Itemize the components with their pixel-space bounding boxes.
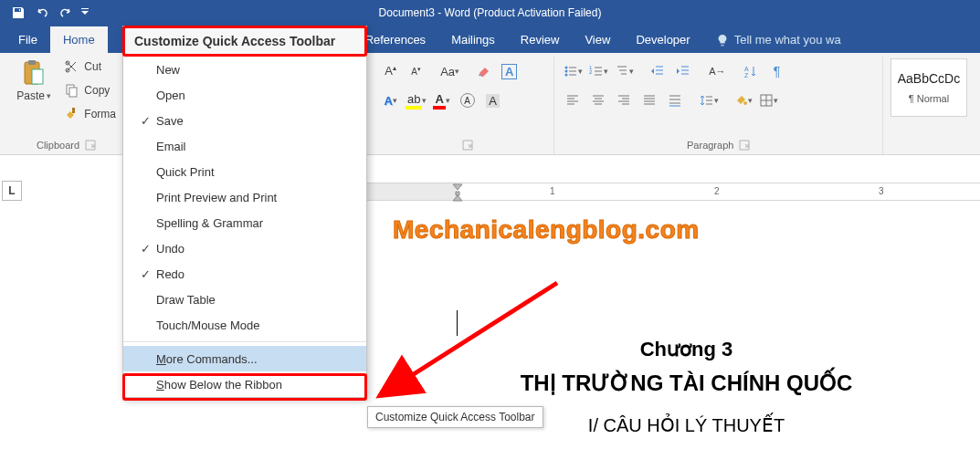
numbering-button[interactable]: 12▾ [587, 60, 609, 82]
menu-item-open[interactable]: Open [123, 82, 366, 108]
menu-item-undo[interactable]: ✓Undo [123, 235, 366, 261]
menu-item-spelling[interactable]: Spelling & Grammar [123, 210, 366, 235]
svg-text:A: A [744, 66, 749, 72]
tab-mailings[interactable]: Mailings [438, 26, 508, 53]
tell-me-input[interactable]: Tell me what you wa [707, 26, 850, 53]
copy-icon [64, 83, 79, 98]
distributed-icon [668, 93, 682, 108]
copy-button[interactable]: Copy [60, 80, 120, 100]
multilevel-button[interactable]: ▾ [613, 60, 635, 82]
line-spacing-icon [700, 93, 714, 108]
menu-item-new[interactable]: New [123, 57, 366, 82]
bullets-button[interactable]: ▾ [562, 60, 584, 82]
group-label-paragraph: Paragraph [687, 140, 733, 151]
paste-button[interactable]: Paste▾ [13, 57, 55, 102]
enclose-char-button[interactable]: A [457, 89, 479, 111]
format-painter-button[interactable]: Forma [60, 104, 120, 124]
svg-point-15 [743, 101, 747, 105]
highlight-button[interactable]: ab▾ [406, 89, 427, 111]
tab-file[interactable]: File [5, 26, 50, 53]
justify-icon [642, 93, 657, 108]
indent-icon [676, 64, 690, 78]
check-icon: ✓ [134, 114, 156, 128]
menu-item-redo[interactable]: ✓Redo [123, 261, 366, 287]
distributed-button[interactable] [664, 89, 686, 111]
tab-home[interactable]: Home [50, 26, 108, 53]
menu-separator [123, 341, 366, 342]
indent-marker-icon[interactable] [451, 183, 466, 203]
menu-item-show-below[interactable]: Show Below the Ribbon [123, 371, 366, 397]
change-case-button[interactable]: Aa▾ [439, 60, 461, 82]
ruler-margin-shade [367, 183, 457, 200]
menu-item-save[interactable]: ✓Save [123, 108, 366, 133]
svg-point-9 [564, 70, 567, 73]
align-left-button[interactable] [562, 89, 584, 111]
group-label-clipboard: Clipboard [37, 140, 79, 151]
bullets-icon [564, 64, 578, 78]
qat-customize-caret-icon[interactable] [79, 2, 91, 24]
group-styles: AaBbCcDc ¶ Normal [883, 57, 975, 154]
tab-developer[interactable]: Developer [623, 26, 702, 53]
menu-item-print-preview[interactable]: Print Preview and Print [123, 184, 366, 210]
tab-view[interactable]: View [572, 26, 623, 53]
dialog-launcher-icon[interactable] [85, 140, 96, 151]
dialog-launcher-icon[interactable] [462, 140, 473, 151]
multilevel-icon [615, 64, 629, 78]
borders-button[interactable]: ▾ [757, 89, 779, 111]
svg-text:2: 2 [589, 69, 593, 75]
group-label-styles [927, 140, 930, 151]
char-shading-button[interactable]: A [482, 89, 504, 111]
cut-button[interactable]: Cut [60, 57, 120, 77]
paste-icon [19, 58, 48, 88]
qat-customize-menu: Customize Quick Access Toolbar New Open … [122, 26, 367, 398]
borders-icon [759, 93, 774, 108]
menu-item-touch-mode[interactable]: Touch/Mouse Mode [123, 312, 366, 338]
scissors-icon [64, 59, 79, 74]
justify-button[interactable] [638, 89, 660, 111]
font-color-button[interactable]: A▾ [431, 89, 453, 111]
grow-font-button[interactable]: A▴ [380, 60, 402, 82]
align-center-button[interactable] [587, 89, 609, 111]
bucket-icon [733, 93, 748, 108]
increase-indent-button[interactable] [672, 60, 694, 82]
ruler-number: 1 [550, 186, 555, 196]
menu-item-draw-table[interactable]: Draw Table [123, 287, 366, 312]
line-spacing-button[interactable]: ▾ [698, 89, 720, 111]
tab-review[interactable]: Review [508, 26, 573, 53]
save-icon[interactable] [7, 2, 29, 24]
dialog-launcher-icon[interactable] [739, 140, 750, 151]
align-right-button[interactable] [613, 89, 635, 111]
char-border-button[interactable]: A [499, 60, 521, 82]
text-effects-button[interactable]: A▾ [380, 89, 402, 111]
undo-icon[interactable] [31, 2, 53, 24]
redo-icon[interactable] [55, 2, 77, 24]
watermark-text: Mechanicalengblog.com [393, 215, 700, 245]
group-paragraph: ▾ 12▾ ▾ A→ AZ ¶ ▾ ▾ [554, 57, 883, 154]
svg-text:Z: Z [744, 72, 749, 78]
menu-title: Customize Quick Access Toolbar [123, 26, 366, 57]
svg-point-10 [564, 74, 567, 77]
menu-item-quick-print[interactable]: Quick Print [123, 159, 366, 184]
title-bar: Document3 - Word (Product Activation Fai… [0, 0, 980, 26]
shading-button[interactable]: ▾ [732, 89, 753, 111]
show-marks-button[interactable]: ¶ [765, 60, 787, 82]
svg-point-8 [564, 67, 567, 69]
ruler-number: 3 [879, 186, 884, 196]
numbering-icon: 12 [589, 64, 604, 78]
shrink-font-button[interactable]: A▾ [406, 60, 427, 82]
group-font: A▴ A▾ Aa▾ A A▾ ab▾ A▾ A A [373, 57, 555, 154]
lightbulb-icon [716, 34, 729, 47]
clear-format-button[interactable] [473, 60, 495, 82]
menu-item-email[interactable]: Email [123, 133, 366, 159]
decrease-indent-button[interactable] [647, 60, 669, 82]
menu-item-more-commands[interactable]: More Commands... [123, 346, 366, 371]
ltr-button[interactable]: A→ [706, 60, 728, 82]
brush-icon [64, 107, 79, 121]
align-right-icon [616, 93, 631, 108]
group-label-font [454, 140, 457, 151]
tab-selector[interactable]: L [2, 181, 22, 201]
horizontal-ruler[interactable]: 1 2 3 [367, 183, 980, 201]
style-normal[interactable]: AaBbCcDc ¶ Normal [890, 58, 967, 117]
sort-button[interactable]: AZ [740, 60, 762, 82]
svg-rect-7 [72, 108, 75, 113]
